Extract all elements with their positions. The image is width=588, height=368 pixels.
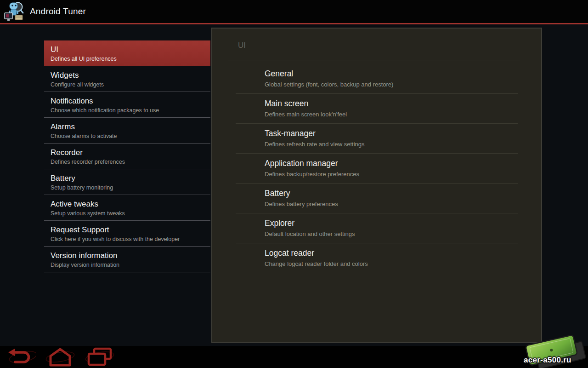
android-tuner-screen: Android Tuner UI Defines all UI preferen… xyxy=(0,0,588,368)
nav-buttons xyxy=(6,347,115,367)
category-item-recorder[interactable]: Recorder Defines recorder preferences xyxy=(44,144,210,169)
setting-subtitle: Defines backup/restore preferences xyxy=(265,171,359,178)
setting-title: Application manager xyxy=(265,159,338,168)
setting-item-explorer[interactable]: Explorer Default location and other sett… xyxy=(212,213,541,243)
category-item-ui[interactable]: UI Defines all UI preferences xyxy=(44,40,210,66)
category-title: Request Support xyxy=(51,225,207,235)
setting-item-application-manager[interactable]: Application manager Defines backup/resto… xyxy=(212,154,541,184)
setting-item-main-screen[interactable]: Main screen Defines main screen look'n'f… xyxy=(212,94,541,124)
setting-subtitle: Defines refresh rate and view settings xyxy=(265,141,365,148)
setting-title: Task-manager xyxy=(265,129,316,138)
category-title: Version information xyxy=(51,251,207,260)
system-bar: 13° 10° 2:09 xyxy=(0,346,588,368)
setting-title: Main screen xyxy=(265,99,308,109)
category-subtitle: Setup various system tweaks xyxy=(51,210,207,217)
category-subtitle: Choose which notification packages to us… xyxy=(51,107,207,114)
category-title: Notifications xyxy=(51,96,207,106)
category-title: UI xyxy=(51,45,207,54)
app-icon xyxy=(4,1,24,22)
category-subtitle: Setup battery monitoring xyxy=(51,184,207,191)
setting-subtitle: Change logcat reader folder and colors xyxy=(265,260,368,267)
category-item-battery[interactable]: Battery Setup battery monitoring xyxy=(44,169,210,195)
category-title: Battery xyxy=(51,173,207,183)
setting-title: General xyxy=(265,69,293,79)
setting-subtitle: Global settings (font, colors, backup an… xyxy=(265,81,393,88)
action-bar: Android Tuner xyxy=(0,0,588,24)
category-subtitle: Defines recorder preferences xyxy=(51,159,207,165)
setting-title: Logcat reader xyxy=(265,248,314,258)
category-title: Alarms xyxy=(51,122,207,132)
panel-header: UI xyxy=(238,41,246,50)
settings-panel: UI General Global settings (font, colors… xyxy=(211,28,542,343)
category-item-active-tweaks[interactable]: Active tweaks Setup various system tweak… xyxy=(44,195,210,221)
setting-subtitle: Defines battery preferences xyxy=(265,201,338,207)
setting-subtitle: Default location and other settings xyxy=(265,230,355,237)
panel-header-divider xyxy=(228,61,520,61)
setting-title: Explorer xyxy=(265,218,294,228)
settings-list: General Global settings (font, colors, b… xyxy=(212,64,541,273)
back-icon[interactable] xyxy=(6,347,36,367)
category-title: Active tweaks xyxy=(51,199,207,209)
setting-title: Battery xyxy=(265,189,290,198)
category-title: Widgets xyxy=(51,70,207,80)
setting-item-logcat-reader[interactable]: Logcat reader Change logcat reader folde… xyxy=(212,243,541,273)
home-icon[interactable] xyxy=(45,347,75,367)
category-subtitle: Defines all UI preferences xyxy=(51,56,207,62)
setting-item-general[interactable]: General Global settings (font, colors, b… xyxy=(212,64,541,94)
category-subtitle: Choose alarms to activate xyxy=(51,133,207,139)
category-item-alarms[interactable]: Alarms Choose alarms to activate xyxy=(44,118,210,144)
app-title: Android Tuner xyxy=(30,6,86,17)
recents-icon[interactable] xyxy=(85,347,115,367)
setting-subtitle: Defines main screen look'n'feel xyxy=(265,111,347,118)
setting-item-battery[interactable]: Battery Defines battery preferences xyxy=(212,184,541,213)
category-title: Recorder xyxy=(51,148,207,157)
category-subtitle: Display version information xyxy=(51,262,207,268)
category-subtitle: Click here if you wish to discuss with t… xyxy=(51,236,207,242)
category-list: UI Defines all UI preferences Widgets Co… xyxy=(44,40,210,272)
category-item-notifications[interactable]: Notifications Choose which notification … xyxy=(44,92,210,118)
setting-item-task-manager[interactable]: Task-manager Defines refresh rate and vi… xyxy=(212,124,541,154)
category-item-version-information[interactable]: Version information Display version info… xyxy=(44,247,210,272)
category-item-request-support[interactable]: Request Support Click here if you wish t… xyxy=(44,221,210,247)
category-item-widgets[interactable]: Widgets Configure all widgets xyxy=(44,66,210,92)
category-subtitle: Configure all widgets xyxy=(51,81,207,88)
